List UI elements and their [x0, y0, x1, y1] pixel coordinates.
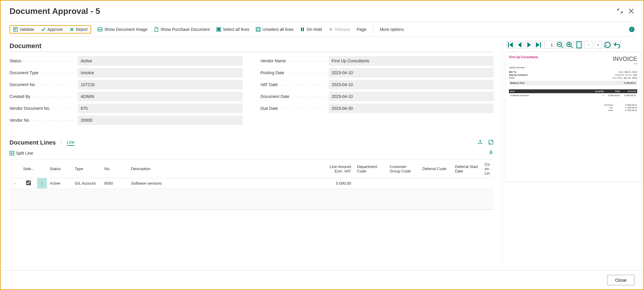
main-content: Document StatusActive Document TypeInvoi… [1, 37, 502, 270]
field-value-created-by[interactable]: ADMIN [78, 92, 243, 101]
col-deferral[interactable]: Deferral Code [419, 160, 452, 178]
field-value-doc-no[interactable]: 107216 [78, 80, 243, 89]
validate-icon [13, 27, 18, 32]
field-value-due-date[interactable]: 2023-04-30 [329, 104, 494, 113]
first-page-button[interactable] [506, 41, 514, 49]
show-document-image-button[interactable]: Show Document Image [98, 27, 147, 32]
field-value-document-date[interactable]: 2023-04-10 [329, 92, 494, 101]
close-icon[interactable] [628, 8, 635, 15]
col-dept[interactable]: Department Code [354, 160, 387, 178]
inv-subtotal-label: Subtotal: [596, 104, 613, 106]
col-description[interactable]: Description [128, 160, 318, 178]
col-comment[interactable]: Co on Lin [482, 160, 494, 178]
next-page-button[interactable] [525, 41, 533, 49]
cell-no[interactable]: 6550 [101, 178, 128, 189]
unselect-all-lines-button[interactable]: Unselect all lines [256, 27, 294, 32]
inv-vendor: First Up Consultants [509, 56, 538, 59]
col-amount[interactable]: Line Amount Excl. VAT [318, 160, 354, 178]
document-lines-title: Document Lines [9, 139, 56, 146]
expand-icon[interactable] [488, 140, 494, 146]
collapse-icon[interactable] [617, 8, 623, 15]
inv-tax-label: Tax: [596, 106, 613, 109]
approve-label: Approve [47, 27, 63, 32]
col-no[interactable]: No. [101, 160, 128, 178]
refresh-button[interactable] [604, 41, 611, 49]
inv-terms-label: Payment Terms: [611, 74, 632, 76]
plus-button[interactable]: + [594, 41, 602, 49]
cell-deferral[interactable] [419, 178, 452, 189]
fit-page-button[interactable] [575, 41, 583, 49]
cell-comment[interactable] [482, 178, 494, 189]
svg-rect-6 [301, 28, 302, 31]
field-value-vendor-doc-no[interactable]: 675 [78, 104, 243, 113]
title-bar: Document Approval - 5 [1, 1, 643, 16]
close-button[interactable]: Close [607, 275, 635, 285]
page-menu[interactable]: Page [357, 27, 367, 32]
document-lines-table-wrap[interactable]: Sele... Status Type No. Description Line… [9, 158, 494, 210]
cell-cust[interactable] [387, 178, 419, 189]
cell-dept[interactable] [354, 178, 387, 189]
document-section-title: Document [9, 42, 494, 52]
more-options-button[interactable]: More options [380, 27, 404, 32]
unselect-all-label: Unselect all lines [262, 27, 294, 32]
on-hold-label: On Hold [307, 27, 322, 32]
cell-status[interactable]: Active [47, 178, 72, 189]
field-label-posting-date: Posting Date [261, 70, 329, 75]
inv-item-desc: Software services [510, 94, 588, 97]
cell-type[interactable]: G/L Account [72, 178, 101, 189]
table-row[interactable]: → ⋮ Active G/L Account 6550 Software ser… [9, 178, 494, 189]
col-deferral-start[interactable]: Deferral Start Date [452, 160, 482, 178]
zoom-in-button[interactable] [566, 41, 573, 49]
minus-button[interactable]: − [585, 41, 592, 49]
cell-amount[interactable]: 5 000,00 [318, 178, 354, 189]
x-icon [69, 27, 74, 32]
check-icon [41, 27, 46, 32]
field-label-document-date: Document Date [261, 94, 329, 99]
row-indicator-icon[interactable]: → [9, 178, 20, 189]
split-line-button[interactable]: Split Line [9, 151, 33, 156]
pin-icon[interactable] [489, 150, 494, 156]
field-value-vendor-name[interactable]: First Up Consultants [329, 56, 494, 66]
undo-button[interactable] [613, 41, 621, 49]
unselect-all-icon [256, 27, 261, 32]
reject-button[interactable]: Reject [69, 27, 88, 32]
cell-deferral-start[interactable] [452, 178, 482, 189]
inv-col-rate: Rate [604, 90, 620, 93]
inv-billto-person: Noah [509, 77, 528, 79]
last-page-button[interactable] [535, 41, 543, 49]
prev-page-button[interactable] [516, 41, 524, 49]
split-icon [9, 151, 14, 156]
share-icon[interactable] [478, 140, 483, 146]
field-value-status[interactable]: Active [78, 56, 243, 66]
inv-date: Mar 8, 2024 [624, 71, 637, 73]
line-tab[interactable]: Line [67, 140, 74, 146]
validate-button[interactable]: Validate [13, 27, 34, 32]
col-status[interactable]: Status [47, 160, 72, 178]
field-value-doc-type[interactable]: Invoice [78, 68, 243, 77]
select-all-lines-button[interactable]: Select all lines [216, 27, 250, 32]
field-value-vendor-no[interactable]: 20000 [78, 115, 243, 125]
show-purchase-document-button[interactable]: Show Purchase Document [154, 27, 210, 32]
cell-description[interactable]: Software services [128, 178, 318, 189]
inv-terms: 10D [633, 74, 637, 76]
invoice-preview[interactable]: First Up Consultants INVOICE # 4 Jackie … [505, 52, 641, 182]
document-fields: StatusActive Document TypeInvoice Docume… [9, 56, 494, 127]
validate-label: Validate [20, 27, 34, 32]
col-cust[interactable]: Customer Group Code [387, 160, 419, 178]
page-number-input[interactable] [544, 41, 554, 49]
pdf-toolbar: − + [505, 40, 641, 52]
row-select-checkbox[interactable] [26, 180, 31, 185]
col-type[interactable]: Type [72, 160, 101, 178]
inv-total: 6 250,00 kr [619, 109, 637, 112]
approve-button[interactable]: Approve [41, 27, 63, 32]
reject-label: Reject [76, 27, 88, 32]
inv-number: # 4 [613, 62, 637, 65]
field-value-posting-date[interactable]: 2023-04-10 [329, 68, 494, 77]
document-lines-header: Document Lines Line [9, 139, 494, 146]
info-icon[interactable]: i [629, 27, 635, 32]
field-value-vat-date[interactable]: 2023-04-10 [329, 80, 494, 89]
row-menu-button[interactable]: ⋮ [37, 178, 47, 189]
on-hold-button[interactable]: On Hold [300, 27, 322, 32]
col-select[interactable]: Sele... [20, 160, 37, 178]
zoom-out-button[interactable] [556, 41, 564, 49]
